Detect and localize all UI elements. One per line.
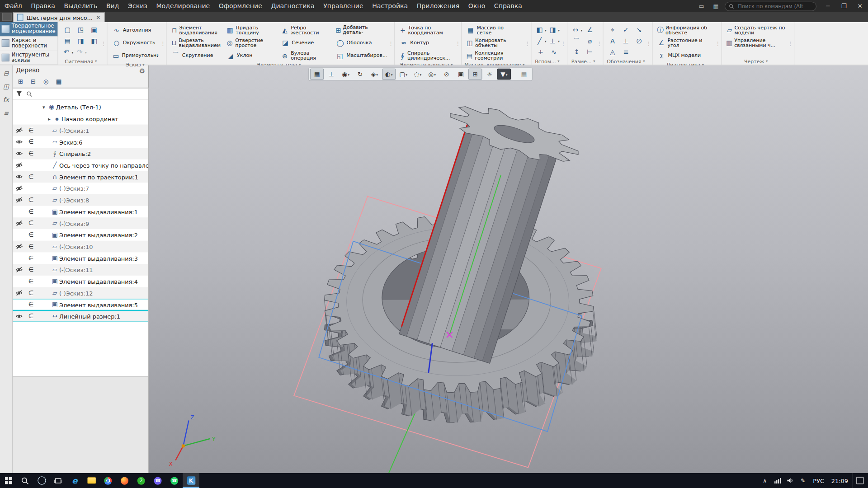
tree-item[interactable]: ∈▱Эскиз:6: [13, 136, 148, 148]
section-icon[interactable]: ∈: [25, 289, 37, 296]
ribbon-group-footer[interactable]: Разме...▾: [570, 57, 597, 65]
notification-center-icon[interactable]: [852, 473, 867, 488]
section-icon[interactable]: ∈: [25, 278, 37, 285]
tab-close-icon[interactable]: ✕: [96, 14, 100, 20]
diameter-dimension-button[interactable]: ⌀: [583, 35, 596, 47]
tree-root-item[interactable]: ▾◉Деталь (Тел-1): [13, 101, 148, 113]
network-icon[interactable]: [772, 473, 784, 488]
eye-hidden-icon[interactable]: [13, 243, 25, 250]
orientation-button[interactable]: ◈▾: [368, 69, 382, 80]
grid-array-button[interactable]: ▦Массив по сетке: [464, 24, 519, 37]
eye-visible-icon[interactable]: [13, 150, 25, 157]
rectangle-button[interactable]: ▭Прямоугольник: [110, 49, 160, 62]
undo-button[interactable]: ↶▾: [61, 46, 74, 58]
ribbon-group-footer[interactable]: Системная▾: [61, 57, 101, 65]
shell-button[interactable]: ◯Оболочка: [334, 37, 388, 49]
ribbon-group-footer[interactable]: Вспом...▾: [534, 57, 561, 65]
hide-objects-button[interactable]: ◌▾: [411, 69, 425, 80]
search-icon[interactable]: [27, 91, 32, 96]
autoline-button[interactable]: ∿Автолиния: [110, 24, 160, 37]
circle-button[interactable]: ○Окружность: [110, 37, 160, 49]
tray-expand-icon[interactable]: ∧: [759, 473, 771, 488]
grid-button[interactable]: ▦: [517, 69, 531, 80]
app-firefox[interactable]: [116, 473, 133, 488]
angle-dimension-button[interactable]: ∠: [583, 24, 596, 36]
panel-fx-icon[interactable]: fx: [2, 95, 11, 104]
tree-item[interactable]: ∈▣Элемент выдавливания:4: [13, 276, 148, 287]
task-view-button[interactable]: [50, 473, 66, 488]
section-icon[interactable]: ∈: [25, 231, 37, 239]
menubar-item[interactable]: Оформление: [214, 0, 267, 12]
scale-button[interactable]: ◱Масштабиров...: [334, 49, 388, 62]
eye-hidden-icon[interactable]: [13, 266, 25, 273]
ribbon-mode-tab[interactable]: Твердотельное моделирование: [0, 22, 57, 36]
redo-button[interactable]: ↷▾: [74, 46, 87, 58]
minimize-button[interactable]: ─: [820, 0, 836, 12]
tree-item[interactable]: ∈▱(-)Эскиз:9: [13, 217, 148, 229]
section-icon[interactable]: ∈: [25, 138, 37, 145]
collapse-arrow-icon[interactable]: ▸: [46, 116, 53, 122]
rib-button[interactable]: ◭Ребро жесткости: [279, 24, 333, 37]
draft-button[interactable]: ◢Уклон: [224, 49, 278, 62]
menubar-item[interactable]: Диагностика: [267, 0, 319, 12]
tree-item[interactable]: ∈▣Элемент выдавливания:2: [13, 229, 148, 241]
eye-hidden-icon[interactable]: [13, 127, 25, 134]
object-binding-button[interactable]: ◎▾: [425, 69, 439, 80]
aux-axis-button[interactable]: ╱▾: [534, 35, 547, 47]
orbit-button[interactable]: ↻: [353, 69, 367, 80]
object-info-button[interactable]: ⓘИнформация об объекте: [655, 24, 715, 37]
app-kompas[interactable]: K: [183, 473, 199, 488]
new-document-button[interactable]: ▢: [61, 24, 74, 36]
section-icon[interactable]: ∈: [25, 220, 37, 227]
section-view-button[interactable]: ▣: [454, 69, 468, 80]
marking-button[interactable]: ◬: [606, 46, 619, 58]
aux-plane-button[interactable]: ◧▾: [534, 24, 547, 36]
menubar-item[interactable]: Моделирование: [152, 0, 214, 12]
dimension-more-button[interactable]: ⊢: [583, 46, 596, 58]
group-handle-icon[interactable]: ⋮: [596, 41, 602, 46]
menubar-item[interactable]: Эскиз: [123, 0, 151, 12]
tree-origin-item[interactable]: ▸●Начало координат: [13, 113, 148, 125]
cut-extrude-button[interactable]: ⊔Вырезать выдавливанием: [170, 37, 224, 49]
app-viber[interactable]: ☎: [150, 473, 166, 488]
ribbon-group-footer[interactable]: Обозначения▾: [606, 57, 646, 65]
section-icon[interactable]: ∈: [25, 208, 37, 215]
eye-hidden-icon[interactable]: [13, 289, 25, 296]
tree-filter-bar[interactable]: [13, 88, 148, 100]
tree-item[interactable]: ∈▱(-)Эскиз:10: [13, 241, 148, 253]
menubar-item[interactable]: Справка: [490, 0, 527, 12]
app-whatsapp[interactable]: ☎: [166, 473, 183, 488]
group-handle-icon[interactable]: ⋮: [788, 41, 793, 46]
boolean-button[interactable]: ⊕Булева операция: [279, 49, 333, 62]
eye-hidden-icon[interactable]: [13, 162, 25, 169]
table-button[interactable]: ≡: [619, 46, 632, 58]
app-chrome[interactable]: [99, 473, 116, 488]
expand-arrow-icon[interactable]: ▾: [40, 104, 47, 110]
group-handle-icon[interactable]: ⋮: [524, 41, 530, 46]
group-handle-icon[interactable]: ⋮: [160, 41, 165, 46]
tree-item[interactable]: ∈∩Элемент по траектории:1: [13, 171, 148, 183]
panel-copy-icon[interactable]: ◫: [2, 82, 11, 91]
app-edge[interactable]: e: [66, 473, 83, 488]
ribbon-mode-tab[interactable]: Инструменты эскиза: [0, 51, 57, 65]
contour-button[interactable]: ≈Контур: [397, 37, 455, 49]
linked-drawings-button[interactable]: ▥Управление связанными ч...: [724, 37, 788, 49]
search-input[interactable]: [737, 3, 806, 10]
language-indicator[interactable]: РУС: [810, 477, 827, 484]
tree-item[interactable]: ╱Ось через точку по направлению:1: [13, 160, 148, 171]
text-note-button[interactable]: A: [606, 35, 619, 47]
eye-hidden-icon[interactable]: [13, 185, 25, 192]
open-document-button[interactable]: ◳: [74, 24, 87, 36]
tree-structure-button[interactable]: ⊞: [15, 76, 26, 87]
tree-search-button[interactable]: ◎: [40, 76, 51, 87]
eye-hidden-icon[interactable]: [13, 197, 25, 204]
snap-settings-button[interactable]: ▦: [310, 69, 324, 80]
tree-item[interactable]: ∈▣Элемент выдавливания:3: [13, 252, 148, 264]
ribbon-mode-tab[interactable]: Каркас и поверхности: [0, 36, 57, 50]
menubar-item[interactable]: Правка: [27, 0, 60, 12]
ribbon-group-footer[interactable]: Чертеж▾: [724, 57, 788, 65]
datum-button[interactable]: ⌖: [606, 24, 619, 36]
zoom-button[interactable]: ◉▾: [339, 69, 353, 80]
tree-item[interactable]: ∈▣Элемент выдавливания:1: [13, 206, 148, 218]
app-2gis[interactable]: 2: [133, 473, 150, 488]
